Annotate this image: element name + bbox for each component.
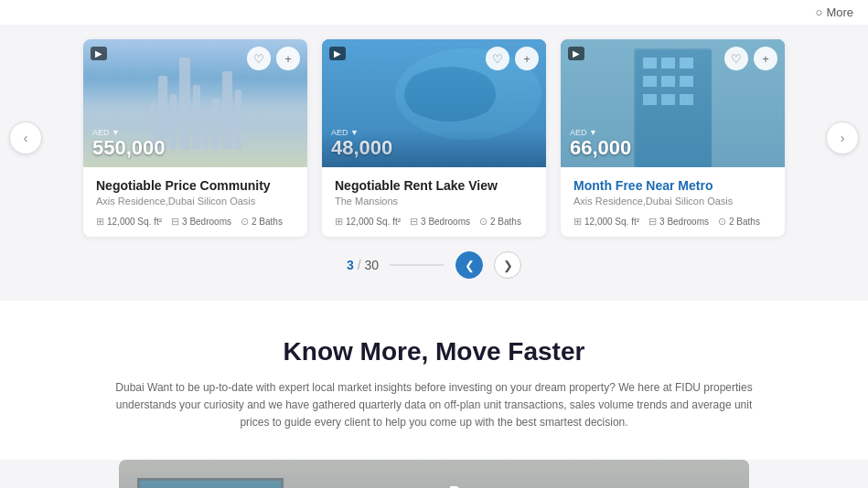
prev-arrow-button[interactable]: ‹: [9, 122, 42, 154]
bath-value-2: 2 Baths: [490, 217, 521, 227]
card-actions-1: ♡ +: [247, 47, 300, 70]
bath-icon-2: ⊙: [479, 216, 488, 228]
card-price-2: AED ▼ 48,000: [331, 128, 392, 158]
card-body-2: Negotiable Rent Lake View The Mansions ⊞…: [322, 167, 546, 237]
heart-button-3[interactable]: ♡: [724, 47, 748, 70]
bath-spec-3: ⊙ 2 Baths: [718, 216, 760, 228]
area-value-2: 12,000 Sq. ft²: [346, 217, 401, 227]
pagination: 3 / 30 ❮ ❯: [0, 251, 868, 282]
card-title-3: Month Free Near Metro: [573, 178, 772, 193]
bed-value-2: 3 Bedrooms: [421, 217, 470, 227]
property-card-1[interactable]: ▶ ♡ + AED ▼ 550,000 Negotiable Price Com…: [83, 39, 307, 237]
page-prev-icon: ❮: [465, 259, 475, 272]
card-badge-2: ▶: [329, 47, 346, 60]
bed-spec-1: ⊟ 3 Bedrooms: [171, 216, 231, 228]
card-badge-1: ▶: [91, 47, 107, 60]
bath-value-3: 2 Baths: [729, 217, 760, 227]
card-actions-2: ♡ +: [486, 47, 539, 70]
price-value-2: 48,000: [331, 138, 392, 158]
card-specs-3: ⊞ 12,000 Sq. ft² ⊟ 3 Bedrooms ⊙ 2 Baths: [573, 216, 772, 228]
area-icon-1: ⊞: [96, 216, 104, 228]
area-icon-2: ⊞: [335, 216, 343, 228]
video-icon: ▶: [95, 48, 102, 58]
card-image-3: ▶ ♡ + AED ▼ 66,000: [561, 39, 785, 167]
card-subtitle-1: Axis Residence,Dubai Silicon Oasis: [96, 196, 295, 207]
more-circle-icon: ○: [816, 5, 823, 19]
card-image-1: ▶ ♡ + AED ▼ 550,000: [83, 39, 307, 167]
heart-button-1[interactable]: ♡: [247, 47, 271, 70]
currency-label-2: AED ▼: [331, 128, 392, 137]
chevron-left-icon: ‹: [24, 131, 28, 145]
bath-spec-2: ⊙ 2 Baths: [479, 216, 521, 228]
add-button-3[interactable]: +: [754, 47, 777, 70]
card-body-3: Month Free Near Metro Axis Residence,Dub…: [561, 167, 785, 237]
card-title-2: Negotiable Rent Lake View: [335, 178, 533, 193]
cards-container: ▶ ♡ + AED ▼ 550,000 Negotiable Price Com…: [83, 39, 785, 237]
top-bar: ○ More: [0, 0, 868, 25]
card-subtitle-2: The Mansions: [335, 196, 533, 207]
bed-value-3: 3 Bedrooms: [659, 217, 709, 227]
page-next-icon: ❯: [503, 259, 513, 272]
more-label: More: [826, 5, 853, 19]
video-icon-3: ▶: [573, 48, 580, 58]
cards-section: ‹: [0, 25, 868, 301]
card-title-1: Negotiable Price Community: [96, 178, 295, 193]
add-button-2[interactable]: +: [515, 47, 539, 70]
area-icon-3: ⊞: [573, 216, 582, 228]
currency-label-1: AED ▼: [92, 128, 166, 137]
add-button-1[interactable]: +: [276, 47, 300, 70]
page-prev-button[interactable]: ❮: [455, 251, 483, 279]
more-button[interactable]: ○ More: [816, 5, 853, 19]
know-more-section: Know More, Move Faster Dubai Want to be …: [0, 301, 868, 460]
heart-button-2[interactable]: ♡: [486, 47, 509, 70]
price-value-1: 550,000: [92, 138, 166, 158]
page-progress-line: [390, 264, 445, 266]
price-value-3: 66,000: [570, 138, 631, 158]
currency-label-3: AED ▼: [570, 128, 631, 137]
card-badge-3: ▶: [568, 47, 584, 60]
card-specs-2: ⊞ 12,000 Sq. ft² ⊟ 3 Bedrooms ⊙ 2 Baths: [335, 216, 533, 228]
bath-icon-1: ⊙: [241, 216, 249, 228]
chevron-right-icon: ›: [841, 131, 845, 145]
know-more-text: Dubai Want to be up-to-date with expert …: [114, 379, 755, 432]
card-price-1: AED ▼ 550,000: [92, 128, 166, 158]
know-more-title: Know More, Move Faster: [73, 337, 795, 366]
page-divider: /: [358, 258, 361, 272]
property-card-3[interactable]: ▶ ♡ + AED ▼ 66,000 Month Free Near Metro…: [561, 39, 785, 237]
bed-icon-1: ⊟: [171, 216, 179, 228]
virtual-tour-section[interactable]: 360° Virtual Tour: [119, 460, 749, 488]
page-info: 3 / 30: [347, 258, 379, 272]
bath-icon-3: ⊙: [718, 216, 726, 228]
bed-spec-3: ⊟ 3 Bedrooms: [648, 216, 709, 228]
bath-spec-1: ⊙ 2 Baths: [241, 216, 283, 228]
property-card-2[interactable]: ▶ ♡ + AED ▼ 48,000 Negotiable Rent Lake …: [322, 39, 546, 237]
card-body-1: Negotiable Price Community Axis Residenc…: [83, 167, 307, 237]
bed-icon-3: ⊟: [648, 216, 657, 228]
next-arrow-button[interactable]: ›: [826, 122, 859, 154]
card-image-2: ▶ ♡ + AED ▼ 48,000: [322, 39, 546, 167]
page-next-button[interactable]: ❯: [494, 251, 521, 279]
card-actions-3: ♡ +: [724, 47, 777, 70]
page-total: 30: [364, 258, 379, 272]
card-price-3: AED ▼ 66,000: [570, 128, 631, 158]
bed-icon-2: ⊟: [410, 216, 418, 228]
area-value-3: 12,000 Sq. ft²: [584, 217, 639, 227]
card-subtitle-3: Axis Residence,Dubai Silicon Oasis: [573, 196, 772, 207]
bed-spec-2: ⊟ 3 Bedrooms: [410, 216, 470, 228]
area-value-1: 12,000 Sq. ft²: [107, 217, 162, 227]
area-spec-1: ⊞ 12,000 Sq. ft²: [96, 216, 162, 228]
area-spec-2: ⊞ 12,000 Sq. ft²: [335, 216, 401, 228]
vt-overlay: 360° Virtual Tour: [119, 460, 749, 488]
page-current: 3: [347, 258, 354, 272]
video-icon-2: ▶: [334, 48, 341, 58]
bath-value-1: 2 Baths: [252, 217, 283, 227]
card-specs-1: ⊞ 12,000 Sq. ft² ⊟ 3 Bedrooms ⊙ 2 Baths: [96, 216, 295, 228]
cards-wrapper: ‹: [0, 39, 868, 237]
area-spec-3: ⊞ 12,000 Sq. ft²: [573, 216, 639, 228]
bed-value-1: 3 Bedrooms: [182, 217, 231, 227]
